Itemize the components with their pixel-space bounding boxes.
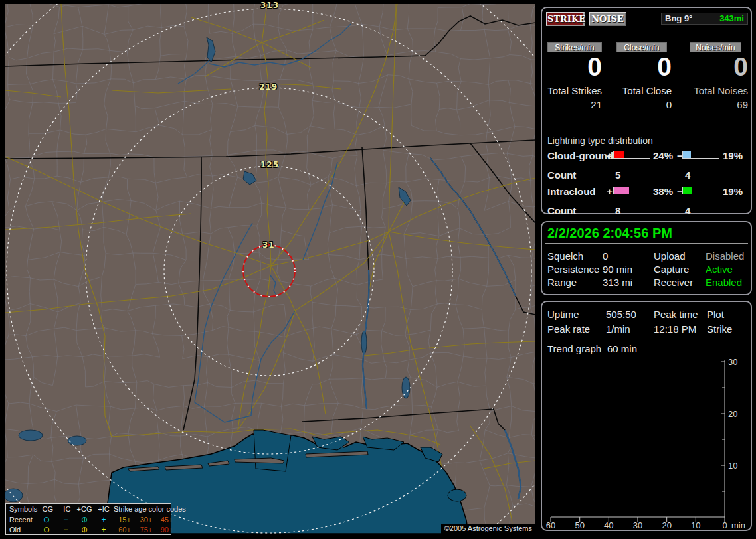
- recent-cg-pos-icon: ⊕: [75, 516, 94, 524]
- intracloud-label: Intracloud: [547, 186, 596, 197]
- tab-strike[interactable]: STRIKE: [546, 12, 585, 26]
- ic-minus-count: 4: [685, 205, 690, 216]
- cg-minus-percent: 19%: [723, 150, 743, 161]
- squelch-value: 0: [603, 250, 608, 262]
- old-cg-pos-icon: ⊕: [75, 526, 94, 534]
- bearing-box[interactable]: Bng 9° 343mi: [661, 13, 748, 25]
- symbol-legend: Symbols -CG -IC +CG +IC Strike age color…: [5, 503, 171, 535]
- cloud-ground-row: Cloud-ground + 24% − 19%: [542, 150, 751, 161]
- strikes-per-min-button[interactable]: Strikes/min: [547, 42, 602, 52]
- bearing-range: 343mi: [719, 13, 744, 24]
- cg-plus-bar: [613, 151, 650, 159]
- bearing-label: Bng 9°: [665, 13, 692, 24]
- cg-plus-percent: 24%: [653, 150, 673, 161]
- upload-label: Upload: [654, 250, 686, 262]
- strikes-rate: 0: [547, 53, 602, 81]
- x-tick-20: 20: [662, 520, 671, 530]
- ic-minus-bar: [682, 187, 719, 194]
- ring-label-31: 31: [262, 240, 275, 250]
- recent-ic-pos-icon: +: [94, 516, 114, 524]
- y-tick-30: 30: [728, 357, 737, 367]
- strike-panel: STRIKE NOISE Bng 9° 343mi Strikes/min 0 …: [541, 7, 752, 214]
- old-ic-neg-icon: −: [56, 526, 75, 534]
- x-tick-50: 50: [575, 520, 584, 530]
- cg-plus-count: 5: [615, 169, 620, 181]
- recent-ic-neg-icon: −: [56, 516, 75, 524]
- lightning-map[interactable]: 313 219 125 31 Symbols -CG -IC +CG +IC S…: [5, 4, 535, 534]
- cg-minus-count: 4: [685, 169, 690, 181]
- x-tick-40: 40: [604, 520, 613, 530]
- noises-per-min-button[interactable]: Noises/min: [690, 42, 741, 52]
- persistence-value: 90 min: [603, 264, 632, 275]
- intracloud-count-row: Count 8 4: [542, 205, 751, 216]
- cloud-ground-count-row: Count 5 4: [542, 169, 751, 180]
- intracloud-row: Intracloud + 38% − 19%: [542, 186, 751, 196]
- distribution-divider: [545, 147, 747, 147]
- ic-plus-percent: 38%: [653, 186, 673, 197]
- x-tick-60: 60: [546, 520, 555, 530]
- recent-cg-neg-icon: ⊖: [37, 516, 56, 524]
- legend-col-cg-neg: -CG: [37, 505, 56, 513]
- total-strikes-value: 21: [547, 99, 602, 110]
- age-60: 60+: [114, 526, 136, 534]
- old-ic-pos-icon: +: [94, 526, 114, 534]
- range-value: 313 mi: [603, 277, 632, 288]
- total-noises-value: 69: [690, 99, 748, 110]
- y-tick-10: 10: [728, 461, 737, 471]
- total-noises-label: Total Noises: [690, 85, 748, 96]
- age-90: 90+: [157, 526, 177, 534]
- receiver-label: Receiver: [654, 277, 693, 288]
- x-tick-30: 30: [633, 520, 642, 530]
- age-45: 45+: [157, 516, 177, 524]
- noises-rate: 0: [690, 53, 748, 81]
- age-30: 30+: [136, 516, 157, 524]
- capture-label: Capture: [654, 264, 689, 275]
- legend-col-ic-neg: -IC: [56, 505, 75, 513]
- cg-plus-bar-fill: [614, 151, 624, 158]
- squelch-label: Squelch: [547, 250, 583, 262]
- count-label: Count: [547, 169, 576, 181]
- ic-plus-count: 8: [615, 205, 620, 216]
- close-rate: 0: [616, 53, 672, 81]
- ic-plus-bar: [613, 187, 650, 194]
- plus-sign: +: [607, 186, 613, 197]
- range-label: Range: [547, 277, 577, 288]
- legend-age-title: Strike age color codes: [114, 505, 177, 513]
- close-per-min-button[interactable]: Close/min: [616, 42, 667, 52]
- status-row: Persistence 90 min Capture Active: [542, 264, 751, 274]
- old-cg-neg-icon: ⊖: [37, 526, 56, 534]
- stats-panel: Uptime 505:50 Peak time Plot Peak rate 1…: [541, 301, 752, 531]
- ic-plus-bar-fill: [614, 187, 629, 194]
- distribution-title: Lightning type distribution: [547, 135, 653, 146]
- status-panel: 2/2/2026 2:04:56 PM Squelch 0 Upload Dis…: [541, 221, 752, 295]
- x-axis-unit: min: [731, 520, 745, 530]
- ring-label-313: 313: [260, 1, 279, 10]
- legend-symbols-header: Symbols: [6, 505, 37, 513]
- noises-column: Noises/min 0 Total Noises 69: [690, 42, 748, 110]
- datetime-divider: [545, 243, 748, 244]
- status-row: Range 313 mi Receiver Enabled: [542, 277, 751, 287]
- upload-state: Disabled: [706, 250, 744, 262]
- count-label: Count: [547, 205, 576, 216]
- ring-label-219: 219: [259, 82, 278, 92]
- legend-old-label: Old: [6, 526, 37, 534]
- total-strikes-label: Total Strikes: [547, 85, 602, 96]
- copyright: ©2005 Astrogenic Systems: [441, 524, 535, 534]
- ic-minus-bar-fill: [683, 187, 692, 194]
- cloud-ground-label: Cloud-ground: [547, 150, 613, 161]
- legend-col-cg-pos: +CG: [75, 505, 94, 513]
- status-row: Squelch 0 Upload Disabled: [542, 250, 751, 261]
- legend-col-ic-pos: +IC: [94, 505, 114, 513]
- age-15: 15+: [114, 516, 136, 524]
- total-close-label: Total Close: [616, 85, 672, 96]
- tab-noise[interactable]: NOISE: [589, 12, 626, 26]
- close-column: Close/min 0 Total Close 0: [616, 42, 672, 110]
- legend-recent-label: Recent: [6, 516, 37, 524]
- plus-sign: +: [607, 150, 613, 161]
- strikes-column: Strikes/min 0 Total Strikes 21: [547, 42, 602, 110]
- x-tick-0: 0: [722, 520, 727, 530]
- y-tick-20: 20: [728, 409, 737, 419]
- graph-axes: [551, 360, 725, 517]
- ring-label-125: 125: [260, 160, 279, 169]
- capture-state: Active: [706, 264, 733, 275]
